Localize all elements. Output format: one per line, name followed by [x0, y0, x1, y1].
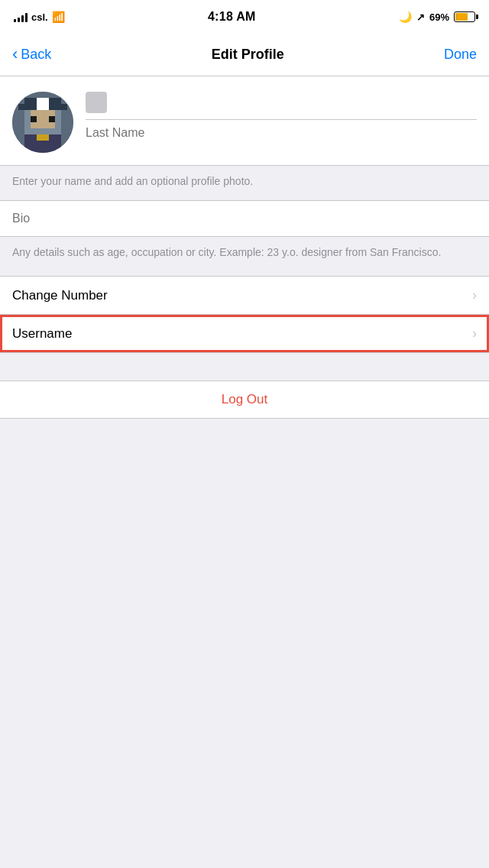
change-number-right: ›: [466, 287, 477, 303]
bio-section: [0, 200, 489, 237]
battery-percent: 69%: [429, 11, 449, 23]
logout-button[interactable]: Log Out: [0, 381, 489, 418]
moon-icon: 🌙: [399, 11, 412, 23]
change-number-chevron-icon: ›: [472, 287, 477, 303]
username-label: Username: [12, 326, 72, 342]
signal-icon: [14, 11, 28, 22]
back-chevron-icon: ‹: [12, 46, 18, 63]
username-item[interactable]: Username ›: [0, 315, 489, 352]
bio-input[interactable]: [12, 212, 477, 225]
list-section: Change Number › Username ›: [0, 276, 489, 353]
bio-helper: Any details such as age, occupation or c…: [0, 237, 489, 276]
svg-rect-10: [37, 134, 49, 141]
carrier-label: csl.: [31, 11, 48, 23]
svg-rect-5: [31, 116, 37, 122]
page-title: Edit Profile: [212, 47, 284, 63]
nav-bar: ‹ Back Edit Profile Done: [0, 34, 489, 76]
back-button[interactable]: ‹ Back: [12, 47, 51, 63]
svg-rect-8: [37, 104, 49, 110]
name-helper: Enter your name and add an optional prof…: [0, 166, 489, 200]
status-left: csl. 📶: [14, 11, 65, 23]
username-right: ›: [466, 326, 477, 342]
svg-rect-7: [37, 98, 49, 104]
location-icon: ↗: [416, 11, 425, 23]
status-time: 4:18 AM: [208, 10, 256, 24]
status-bar: csl. 📶 4:18 AM 🌙 ↗ 69%: [0, 0, 489, 34]
logout-section: Log Out: [0, 381, 489, 419]
last-name-input[interactable]: [86, 120, 477, 140]
first-name-row: [86, 92, 477, 120]
change-number-label: Change Number: [12, 288, 108, 303]
back-label: Back: [21, 47, 51, 63]
username-chevron-icon: ›: [472, 326, 477, 342]
first-name-icon: [86, 92, 107, 113]
battery-icon: [454, 11, 475, 22]
profile-section: [0, 76, 489, 166]
done-button[interactable]: Done: [444, 47, 477, 63]
wifi-icon: 📶: [52, 11, 65, 23]
logout-label: Log Out: [222, 392, 268, 407]
status-right: 🌙 ↗ 69%: [399, 11, 475, 23]
content: Enter your name and add an optional prof…: [0, 76, 489, 419]
profile-fields: [86, 92, 477, 140]
svg-rect-6: [49, 116, 55, 122]
change-number-item[interactable]: Change Number ›: [0, 277, 489, 315]
avatar[interactable]: [12, 92, 73, 153]
